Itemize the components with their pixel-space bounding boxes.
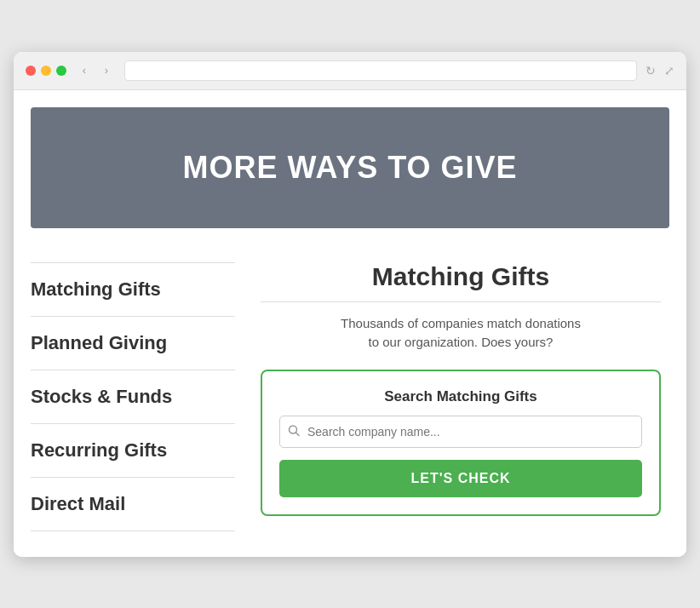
hero-banner: MORE WAYS TO GIVE <box>31 107 669 228</box>
right-panel: Matching Gifts Thousands of companies ma… <box>235 245 669 531</box>
minimize-button[interactable] <box>41 66 51 76</box>
expand-icon[interactable]: ⤢ <box>664 64 674 77</box>
svg-line-1 <box>296 433 300 436</box>
back-button[interactable]: ‹ <box>75 61 94 80</box>
search-card-title: Search Matching Gifts <box>279 388 642 405</box>
refresh-icon[interactable]: ↻ <box>645 64 656 77</box>
browser-chrome: ‹ › ↻ ⤢ <box>14 52 686 90</box>
page-content: MORE WAYS TO GIVE Matching Gifts Planned… <box>14 107 686 557</box>
main-layout: Matching Gifts Planned Giving Stocks & F… <box>14 228 686 557</box>
sidebar-item-planned-giving[interactable]: Planned Giving <box>31 317 235 370</box>
lets-check-button[interactable]: LET'S CHECK <box>279 460 642 497</box>
sidebar-item-direct-mail[interactable]: Direct Mail <box>31 478 235 531</box>
forward-button[interactable]: › <box>97 61 116 80</box>
traffic-lights <box>26 66 66 76</box>
close-button[interactable] <box>26 66 36 76</box>
panel-divider <box>261 301 661 302</box>
sidebar-item-matching-gifts[interactable]: Matching Gifts <box>31 262 235 317</box>
search-input-wrapper <box>279 416 642 448</box>
search-icon <box>288 424 300 439</box>
panel-title: Matching Gifts <box>261 262 661 291</box>
sidebar-nav: Matching Gifts Planned Giving Stocks & F… <box>31 245 235 531</box>
sidebar-item-recurring-gifts[interactable]: Recurring Gifts <box>31 424 235 478</box>
search-card: Search Matching Gifts LET'S CHECK <box>261 370 661 516</box>
nav-buttons: ‹ › <box>75 61 116 80</box>
search-company-input[interactable] <box>279 416 642 448</box>
address-bar[interactable] <box>124 60 637 81</box>
fullscreen-button[interactable] <box>56 66 66 76</box>
panel-description: Thousands of companies match donationsto… <box>261 314 661 353</box>
sidebar-item-stocks-funds[interactable]: Stocks & Funds <box>31 370 235 424</box>
hero-title: MORE WAYS TO GIVE <box>48 150 652 186</box>
browser-window: ‹ › ↻ ⤢ MORE WAYS TO GIVE Matching Gifts… <box>14 52 686 557</box>
